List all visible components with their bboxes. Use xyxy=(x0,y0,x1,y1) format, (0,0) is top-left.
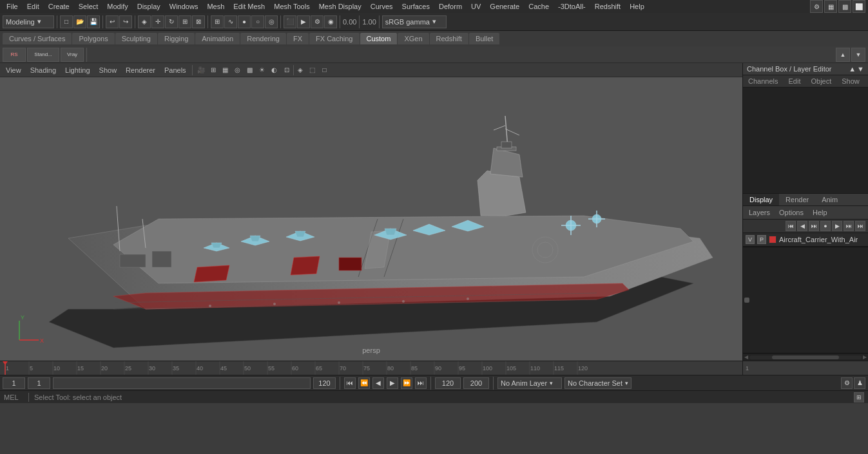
viewport-menu-view[interactable]: View xyxy=(3,65,24,75)
layers-tb-prev2[interactable]: ⏭ xyxy=(809,221,819,231)
vp-texture-icon[interactable]: ▩ xyxy=(244,64,256,76)
viewport[interactable]: 083 xyxy=(0,77,742,361)
menu-generate[interactable]: Generate xyxy=(486,1,523,12)
workspace-dropdown[interactable]: Modeling ▾ xyxy=(3,15,54,28)
play-back-btn[interactable]: ◀ xyxy=(372,377,384,389)
gamma-dropdown[interactable]: sRGB gamma ▾ xyxy=(382,15,447,28)
layers-tb-prev[interactable]: ◀ xyxy=(797,221,807,231)
dra-tab-display[interactable]: Display xyxy=(743,194,779,205)
menu-file[interactable]: File xyxy=(3,1,22,12)
shelf-scroll-up[interactable]: ▲ xyxy=(836,48,850,62)
current-frame-input[interactable] xyxy=(28,377,50,389)
right-panel-scroll-right[interactable]: ▶ xyxy=(863,354,867,360)
tab-polygons[interactable]: Polygons xyxy=(72,33,114,44)
menu-cache[interactable]: Cache xyxy=(525,1,553,12)
step-forward-btn[interactable]: ⏩ xyxy=(401,377,412,389)
tab-bullet[interactable]: Bullet xyxy=(469,33,500,44)
anim-char-btn[interactable]: ♟ xyxy=(854,377,865,389)
scroll-thumb-h[interactable] xyxy=(772,355,839,359)
frame-start-input[interactable] xyxy=(3,377,25,389)
layer-type-toggle[interactable]: P xyxy=(757,235,766,244)
layout-icon[interactable]: ▦ xyxy=(824,0,837,13)
menu-windows[interactable]: Windows xyxy=(166,1,202,12)
timeline-bar[interactable]: 1 5 10 15 20 25 30 35 40 45 50 55 60 65 … xyxy=(0,361,868,375)
menu-surfaces[interactable]: Surfaces xyxy=(398,1,434,12)
redo-btn[interactable]: ↪ xyxy=(119,15,132,28)
tab-curves-surfaces[interactable]: Curves / Surfaces xyxy=(3,33,72,44)
layers-tb-last[interactable]: ⏭ xyxy=(855,221,865,231)
vp-wireframe-icon[interactable]: ▦ xyxy=(220,64,231,76)
menu-mesh-display[interactable]: Mesh Display xyxy=(315,1,365,12)
menu-edit[interactable]: Edit xyxy=(23,1,43,12)
channel-box-arrow-down[interactable]: ▼ xyxy=(857,65,864,73)
layers-menu-help[interactable]: Help xyxy=(809,207,831,218)
render-sequence-btn[interactable]: ▶ xyxy=(297,15,310,28)
menu-help[interactable]: Help xyxy=(626,1,648,12)
layers-tb-first[interactable]: ⏮ xyxy=(786,221,796,231)
vp-grid-icon[interactable]: ⊞ xyxy=(207,64,219,76)
right-panel-scroll-left[interactable]: ◀ xyxy=(744,354,748,360)
vp-hud-icon[interactable]: □ xyxy=(319,64,331,76)
snap-view-btn[interactable]: ○ xyxy=(251,15,264,28)
layer-visibility-toggle[interactable]: V xyxy=(746,235,755,244)
move-tool-btn[interactable]: ✛ xyxy=(151,15,164,28)
menu-3dtoall[interactable]: -3DtoAll- xyxy=(554,1,590,12)
right-panel-scrollbar[interactable] xyxy=(743,247,868,353)
step-back-btn[interactable]: ⏪ xyxy=(358,377,370,389)
layer-color-swatch[interactable] xyxy=(769,236,776,243)
channel-box-arrow-up[interactable]: ▲ xyxy=(849,65,856,73)
render-icon[interactable]: ⬜ xyxy=(853,0,865,13)
menu-redshift[interactable]: Redshift xyxy=(591,1,624,12)
tab-sculpting[interactable]: Sculpting xyxy=(115,33,157,44)
scale-tool-btn[interactable]: ⊞ xyxy=(178,15,191,28)
render-active-btn[interactable]: ◉ xyxy=(324,15,337,28)
open-file-btn[interactable]: 📂 xyxy=(73,15,86,28)
vp-smooth-icon[interactable]: ◎ xyxy=(232,64,244,76)
display-icon[interactable]: ▩ xyxy=(838,0,851,13)
menu-mesh[interactable]: Mesh xyxy=(203,1,228,12)
shelf-redshift-icon[interactable]: RS xyxy=(3,48,26,62)
menu-create[interactable]: Create xyxy=(44,1,73,12)
tab-custom[interactable]: Custom xyxy=(360,33,398,44)
cb-tab-edit[interactable]: Edit xyxy=(783,75,805,87)
menu-select[interactable]: Select xyxy=(75,1,102,12)
vp-isolate-icon[interactable]: ◈ xyxy=(294,64,306,76)
layer-item[interactable]: V P Aircraft_Carrier_With_Air xyxy=(743,233,868,247)
viewport-menu-show[interactable]: Show xyxy=(96,65,121,75)
snap-point-btn[interactable]: ● xyxy=(238,15,251,28)
cb-tab-object[interactable]: Object xyxy=(805,75,836,87)
tab-xgen[interactable]: XGen xyxy=(398,33,429,44)
anim-range-end[interactable] xyxy=(463,377,489,389)
layers-tb-next2[interactable]: ⏭ xyxy=(844,221,854,231)
shelf-vray-icon[interactable]: Vray xyxy=(61,48,84,62)
tab-rendering[interactable]: Rendering xyxy=(240,33,286,44)
menu-modify[interactable]: Modify xyxy=(103,1,131,12)
snap-curve-btn[interactable]: ∿ xyxy=(224,15,237,28)
render-settings-btn[interactable]: ⚙ xyxy=(311,15,323,28)
menu-mesh-tools[interactable]: Mesh Tools xyxy=(270,1,313,12)
snap-surface-btn[interactable]: ◎ xyxy=(265,15,278,28)
layers-tb-next[interactable]: ▶ xyxy=(832,221,842,231)
vp-bake-icon[interactable]: ⬚ xyxy=(307,64,318,76)
tab-redshift[interactable]: Redshift xyxy=(430,33,468,44)
no-char-set-field[interactable]: No Character Set ▾ xyxy=(564,377,632,389)
vp-camera-icon[interactable]: 🎥 xyxy=(195,64,207,76)
snap-grid-btn[interactable]: ⊞ xyxy=(211,15,224,28)
layers-menu-options[interactable]: Options xyxy=(776,207,807,218)
viewport-menu-lighting[interactable]: Lighting xyxy=(62,65,93,75)
anim-range-start[interactable] xyxy=(435,377,461,389)
viewport-menu-panels[interactable]: Panels xyxy=(161,65,189,75)
dra-tab-anim[interactable]: Anim xyxy=(815,194,844,205)
dra-tab-render[interactable]: Render xyxy=(779,194,815,205)
select-tool-btn[interactable]: ◈ xyxy=(138,15,151,28)
menu-deform[interactable]: Deform xyxy=(435,1,466,12)
shelf-scroll-down[interactable]: ▼ xyxy=(851,48,865,62)
tab-fx-caching[interactable]: FX Caching xyxy=(309,33,359,44)
vp-selection-icon[interactable]: ⊡ xyxy=(281,64,293,76)
status-icon-1[interactable]: ⊞ xyxy=(854,392,864,402)
shelf-standard-icon[interactable]: Stand... xyxy=(27,48,59,62)
frame-range-bar[interactable] xyxy=(53,377,311,389)
tab-animation[interactable]: Animation xyxy=(195,33,240,44)
menu-uv[interactable]: UV xyxy=(467,1,485,12)
no-anim-layer-field[interactable]: No Anim Layer ▾ xyxy=(497,377,562,389)
